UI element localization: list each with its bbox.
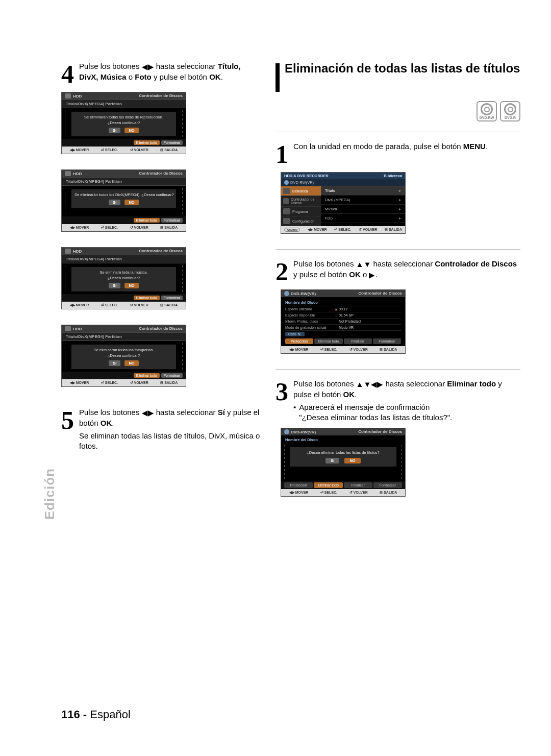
- chevron-right-icon: ▸: [399, 188, 401, 193]
- action-tab[interactable]: Finalizar: [344, 338, 372, 344]
- step-1: 1 Con la unidad en modo de parada, pulse…: [276, 141, 520, 167]
- disc-type: DVD-RW(VR): [291, 291, 316, 296]
- menu-row[interactable]: Título▸: [321, 186, 405, 196]
- txt: .: [221, 72, 223, 81]
- no-button[interactable]: NO: [124, 283, 138, 288]
- delete-all-chip[interactable]: Eliminar todo: [134, 296, 160, 300]
- footer-mover: ◀▶ MOVER: [70, 303, 89, 307]
- confirm-dialog: ¿Desea eliminar todas las listas de títu…: [289, 447, 397, 467]
- yes-button[interactable]: Sí: [109, 128, 120, 133]
- action-tab[interactable]: Formatear: [373, 338, 401, 344]
- disc-icon: [284, 180, 289, 185]
- format-chip[interactable]: Formatear: [161, 218, 183, 223]
- rename-chip[interactable]: Cam. N.: [285, 332, 305, 336]
- right-icon: ▶: [369, 270, 375, 280]
- step-text: Pulse los botones ◀▶ hasta seleccionar S…: [79, 407, 260, 451]
- txt: .: [112, 419, 114, 427]
- txt: hasta seleccionar: [154, 62, 218, 70]
- screenshot-dialog-3: HDDControlador de Discos Título/DivX(MPE…: [61, 325, 186, 387]
- header-right: Controlador de Discos: [358, 291, 402, 296]
- menu-icon: [283, 198, 289, 204]
- step-text: Pulse los botones ◀▶ hasta seleccionar T…: [79, 61, 260, 83]
- no-button[interactable]: NO: [124, 128, 138, 133]
- left-right-icon: ◀▶: [142, 408, 154, 418]
- footer-salida: ⊟ SALIDA: [380, 348, 397, 352]
- info-value: 00:17: [339, 307, 401, 311]
- yes-button[interactable]: Sí: [325, 458, 339, 464]
- screenshot-dialog-0: HDDControlador de Discos Título/DivX(MPE…: [61, 92, 186, 154]
- dialog-message-2: ¿Desea continuar?: [74, 120, 173, 125]
- confirm-dialog: Se eliminarán todas las listas de reprod…: [71, 111, 177, 137]
- txt: o: [361, 270, 369, 279]
- confirm-dialog: Se eliminarán todos los DivX(MPEG4). ¿De…: [71, 189, 177, 209]
- footer-volver: ↺ VOLVER: [349, 491, 368, 495]
- sidebar-item[interactable]: Configuración: [281, 216, 321, 226]
- dialog-message: Se eliminarán todas las listas de reprod…: [74, 115, 173, 119]
- footer-selec: ⏎ SELEC.: [101, 148, 118, 152]
- sidebar-item[interactable]: Controlador de Discos: [281, 196, 321, 207]
- info-row: Espacio utilizado▣00:17: [285, 306, 401, 312]
- dialog-message-2: ¿Desea continuar?: [74, 353, 173, 358]
- footer-salida: ⊟ SALIDA: [380, 491, 397, 495]
- action-tab[interactable]: Eliminar todo: [314, 482, 342, 488]
- txt: hasta seleccionar: [383, 379, 447, 388]
- sidebar-item[interactable]: Programa: [281, 207, 321, 216]
- disc-icon-dvd-rw: DVD-RW: [477, 101, 497, 121]
- row-label: DivX (MPEG4): [325, 198, 350, 202]
- no-button[interactable]: NO: [124, 360, 138, 366]
- action-tab[interactable]: Protección: [284, 482, 313, 488]
- action-tab[interactable]: Formatear: [373, 482, 402, 488]
- section-tab: Edición: [42, 468, 58, 520]
- bold: OK: [343, 390, 355, 399]
- menu-icon: [283, 208, 290, 214]
- yes-button[interactable]: Sí: [109, 360, 120, 366]
- bullet-icon: •: [293, 402, 296, 423]
- footer-mover: ◀▶ MOVER: [70, 226, 89, 230]
- delete-all-chip[interactable]: Eliminar todo: [134, 373, 160, 378]
- action-tab[interactable]: Finalizar: [344, 482, 372, 488]
- menu-row[interactable]: DivX (MPEG4)▸: [321, 196, 405, 205]
- screenshot-confirm: DVD-RW(VR)Controlador de Discos Nombre d…: [281, 428, 406, 497]
- delete-all-chip[interactable]: Eliminar todo: [134, 218, 160, 223]
- bold: Controlador de Discos: [435, 259, 517, 268]
- disc-icon: [284, 291, 289, 296]
- dialog-message: ¿Desea eliminar todas las listas de títu…: [293, 450, 393, 455]
- format-chip[interactable]: Formatear: [161, 140, 183, 145]
- hdd-label: HDD: [73, 249, 82, 254]
- step-number: 2: [276, 259, 288, 284]
- arrows-icon: ▲▼◀▶: [356, 379, 384, 389]
- menu-row[interactable]: Música▸: [321, 205, 405, 214]
- footer-selec: ⏎ SELEC.: [334, 228, 351, 232]
- menu-row[interactable]: Foto▸: [321, 214, 405, 223]
- action-tab[interactable]: Protección: [285, 338, 313, 344]
- footer-volver: ↺ VOLVER: [130, 226, 148, 230]
- yes-button[interactable]: Sí: [109, 200, 120, 205]
- footer-mover: ◀▶ MOVER: [289, 491, 309, 495]
- dialog-message: Se eliminarán todos los DivX(MPEG4). ¿De…: [74, 192, 173, 197]
- txt: y pulse el botón: [293, 270, 349, 279]
- yes-button[interactable]: Sí: [109, 283, 120, 288]
- format-chip[interactable]: Formatear: [161, 373, 183, 378]
- header-right: Controlador de Discos: [139, 326, 183, 331]
- bullet-text: "¿Desea eliminar todas las listas de tít…: [299, 413, 452, 422]
- footer-volver: ↺ VOLVER: [130, 381, 148, 385]
- info-row: Espacio disponible▢01:54 SP: [285, 312, 401, 319]
- hdd-label: HDD: [73, 172, 82, 176]
- hdd-icon: [65, 171, 71, 176]
- disc-icons: DVD-RW DVD-R: [276, 101, 520, 121]
- no-button[interactable]: NO: [344, 458, 360, 464]
- footer-mover: ◀▶ MOVER: [308, 228, 327, 232]
- screenshot-dialog-1: HDDControlador de Discos Título/DivX(MPE…: [61, 169, 186, 232]
- screenshot-dialog-2: HDDControlador de Discos Título/DivX(MPE…: [61, 247, 186, 309]
- delete-all-chip[interactable]: Eliminar todo: [134, 140, 160, 145]
- sidebar-item[interactable]: Biblioteca: [281, 186, 321, 196]
- footer-mover: ◀▶ MOVER: [70, 381, 89, 385]
- step-number: 4: [61, 61, 74, 87]
- divider: [276, 132, 520, 132]
- step-2: 2 Pulse los botones ▲▼ hasta seleccionar…: [276, 259, 520, 284]
- txt: hasta seleccionar: [371, 259, 435, 268]
- format-chip[interactable]: Formatear: [161, 296, 183, 300]
- action-tab[interactable]: Eliminar todo: [314, 338, 342, 344]
- step-text: Pulse los botones ▲▼ hasta seleccionar C…: [293, 259, 520, 281]
- no-button[interactable]: NO: [124, 200, 138, 205]
